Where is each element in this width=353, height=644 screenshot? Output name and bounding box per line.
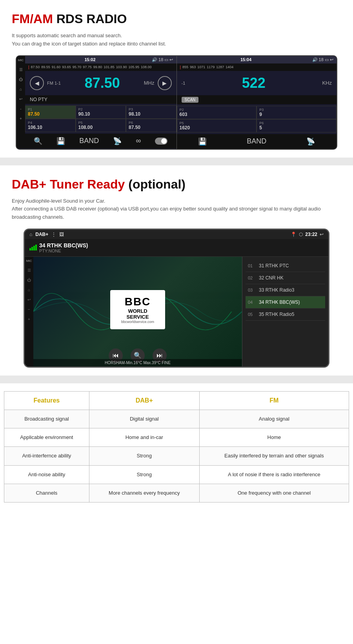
dab-back-icon[interactable]: ↩ xyxy=(320,232,324,237)
table-fm-3: Easily interfered by terrain and other s… xyxy=(199,447,349,465)
dab-signal-strength xyxy=(29,245,37,250)
dab-left-panel: BBC WORLD SERVICE bbcworldservice.com ⏮ … xyxy=(33,257,242,366)
fm-next-button[interactable]: ▶ xyxy=(158,76,172,90)
back-icon[interactable]: ↩ xyxy=(19,97,22,101)
am-preset-5[interactable]: P5 1620 xyxy=(177,119,257,132)
am-preset-2[interactable]: P2 603 xyxy=(177,106,257,119)
power-icon[interactable]: ⏻ xyxy=(19,77,23,82)
bbc-world-text: WORLD xyxy=(128,308,147,314)
table-row-5: Channels More channels every frequency O… xyxy=(4,484,349,502)
am-preset-6[interactable]: P6 5 xyxy=(257,119,337,132)
fm-sidebar: MIC ☰ ⏻ ⌂ ↩ - + xyxy=(16,56,25,149)
divider-2 xyxy=(0,376,353,383)
dab-voldown-sidebar-icon[interactable]: − xyxy=(28,307,30,312)
fm-status-bar: 15:02 🔊 18 ▭ ↩ xyxy=(25,56,176,63)
dab-back-sidebar-icon[interactable]: ↩ xyxy=(27,298,31,302)
dab-channel-item-5[interactable]: 05 35 RTHK Radio5 xyxy=(246,308,325,321)
am-scan-button[interactable]: SCAN xyxy=(182,97,199,103)
dab-nav-bar: 34 RTHK BBC(WS) PTY:NONE xyxy=(25,239,328,257)
table-fm-4: A lot of nosie if there is radio interfe… xyxy=(199,465,349,484)
dab-title: DAB+ Tuner Ready (optional) xyxy=(12,177,341,192)
fmam-section: FM/AM RDS RADIO It supports automatic se… xyxy=(0,0,353,158)
fmam-title-black: RDS RADIO xyxy=(53,12,127,26)
table-row-2: Applicable environment Home and in-car H… xyxy=(4,428,349,447)
fm-prev-button[interactable]: ◀ xyxy=(30,76,44,90)
dab-bluetooth-icon: ⬡ xyxy=(299,232,303,237)
dab-pty: PTY:NONE xyxy=(39,249,88,253)
dab-volup-sidebar-icon[interactable]: + xyxy=(28,317,30,321)
fm-signal-icon[interactable]: 📡 xyxy=(113,137,122,145)
menu-icon[interactable]: ☰ xyxy=(19,67,23,72)
fm-frequency-display: 87.50 xyxy=(64,75,141,91)
table-feature-1: Broadcasting signal xyxy=(4,410,89,428)
dab-channel-item-2[interactable]: 02 32 CNR HK xyxy=(246,272,325,284)
dab-channel-list-panel: 01 31 RTHK PTC 02 32 CNR HK 03 33 RTHK R… xyxy=(242,257,328,366)
dab-home-icon[interactable]: ⌂ xyxy=(29,232,32,237)
dab-station-name: 34 RTHK BBC(WS) xyxy=(39,242,88,249)
bbc-service-text: SERVICE xyxy=(127,314,149,320)
dab-time: 23:22 xyxy=(305,232,317,237)
fm-toggle[interactable] xyxy=(155,138,167,145)
am-save-icon[interactable]: 💾 xyxy=(198,137,207,146)
dab-screen: ⌂ DAB+ ⋮ 🖼 📍 ⬡ 23:22 ↩ xyxy=(24,229,329,368)
fm-preset-4[interactable]: P4 106.10 xyxy=(25,119,76,132)
table-dab-5: More channels every frequency xyxy=(89,484,199,502)
vol-up-icon[interactable]: + xyxy=(20,116,22,121)
table-header-fm: FM xyxy=(199,391,349,410)
table-header-features: Features xyxy=(4,391,89,410)
comparison-table-section: Features DAB+ FM Broadcasting signal Dig… xyxy=(0,383,353,514)
dab-menu-icon[interactable]: ⋮ xyxy=(51,232,56,237)
bbc-logo: BBC WORLD SERVICE bbcworldservice.com xyxy=(110,290,165,329)
dab-desc: Enjoy Audiophile-level Sound in your Car… xyxy=(12,197,341,221)
dab-menu-sidebar-icon[interactable]: ☰ xyxy=(27,268,31,272)
dab-title-red: DAB+ Tuner Ready xyxy=(12,177,125,191)
dab-home-sidebar-icon[interactable]: ⌂ xyxy=(28,288,30,292)
am-signal-icon[interactable]: 📡 xyxy=(306,137,315,146)
table-fm-5: One frequency with one channel xyxy=(199,484,349,502)
dab-power-sidebar-icon[interactable]: ⏻ xyxy=(27,278,31,282)
vol-down-icon[interactable]: - xyxy=(20,107,21,111)
dab-channel-item-4[interactable]: 04 34 RTHK BBC(WS) xyxy=(246,296,325,308)
am-frequency-display: 522 xyxy=(188,75,319,91)
fm-search-icon[interactable]: 🔍 xyxy=(34,137,42,145)
fm-preset-6[interactable]: P6 87.50 xyxy=(126,119,176,132)
dab-channel-list: 01 31 RTHK PTC 02 32 CNR HK 03 33 RTHK R… xyxy=(246,260,325,321)
fm-loop-icon[interactable]: ∞ xyxy=(136,137,141,145)
fmam-desc: It supports automatic search and manual … xyxy=(12,32,341,48)
am-preset-3[interactable]: P3 9 xyxy=(257,106,337,119)
dab-section: DAB+ Tuner Ready (optional) Enjoy Audiop… xyxy=(0,165,353,376)
fm-screen: MIC ☰ ⏻ ⌂ ↩ - + 15:02 🔊 18 ▭ ↩ xyxy=(16,56,177,149)
dab-title-black: (optional) xyxy=(125,177,186,191)
fm-preset-2[interactable]: P2 90.10 xyxy=(76,105,126,119)
am-band-icon[interactable]: BAND xyxy=(247,137,266,145)
table-row-4: Anti-noise ability Strong A lot of nosie… xyxy=(4,465,349,484)
fm-presets: P1 87.50 P2 90.10 P3 98.10 xyxy=(25,104,176,134)
am-status-bar: 15:04 🔊 18 ▭ ↩ xyxy=(177,56,337,63)
table-dab-3: Strong xyxy=(89,447,199,465)
comparison-table: Features DAB+ FM Broadcasting signal Dig… xyxy=(4,391,349,503)
dab-image-icon[interactable]: 🖼 xyxy=(59,232,64,237)
mic-label: MIC xyxy=(18,58,24,62)
am-toolbar: 💾 BAND 📡 xyxy=(177,134,337,149)
fm-pty: NO PTY xyxy=(25,95,176,104)
table-feature-5: Channels xyxy=(4,484,89,502)
fmam-title-red: FM/AM xyxy=(12,12,53,26)
fm-freq-bar: | 87.50 89.55 91.60 93.65 95.70 97.75 99… xyxy=(25,63,176,71)
dab-weather: HORSHAM-Min.16°C Max.39°C FINE xyxy=(33,359,242,366)
fm-save-icon[interactable]: 💾 xyxy=(56,137,65,145)
am-screen: 15:04 🔊 18 ▭ ↩ | 855 963 1071 1179 1287 … xyxy=(177,56,337,149)
fm-preset-1[interactable]: P1 87.50 xyxy=(25,105,76,119)
radio-screens: MIC ☰ ⏻ ⌂ ↩ - + 15:02 🔊 18 ▭ ↩ xyxy=(16,55,337,150)
dab-status-bar: ⌂ DAB+ ⋮ 🖼 📍 ⬡ 23:22 ↩ xyxy=(25,230,328,239)
dab-channel-item-3[interactable]: 03 33 RTHK Radio3 xyxy=(246,284,325,296)
fm-preset-5[interactable]: P5 108.00 xyxy=(76,119,126,132)
fm-band-icon[interactable]: BAND xyxy=(79,137,99,145)
dab-channel-item-1[interactable]: 01 31 RTHK PTC xyxy=(246,260,325,272)
table-fm-1: Analog signal xyxy=(199,410,349,428)
table-dab-4: Strong xyxy=(89,465,199,484)
bbc-url-text: bbcworldservice.com xyxy=(121,320,154,324)
bbc-text: BBC xyxy=(125,296,151,308)
home-icon[interactable]: ⌂ xyxy=(20,87,22,91)
table-feature-3: Anti-interfernce ability xyxy=(4,447,89,465)
fm-preset-3[interactable]: P3 98.10 xyxy=(126,105,176,119)
